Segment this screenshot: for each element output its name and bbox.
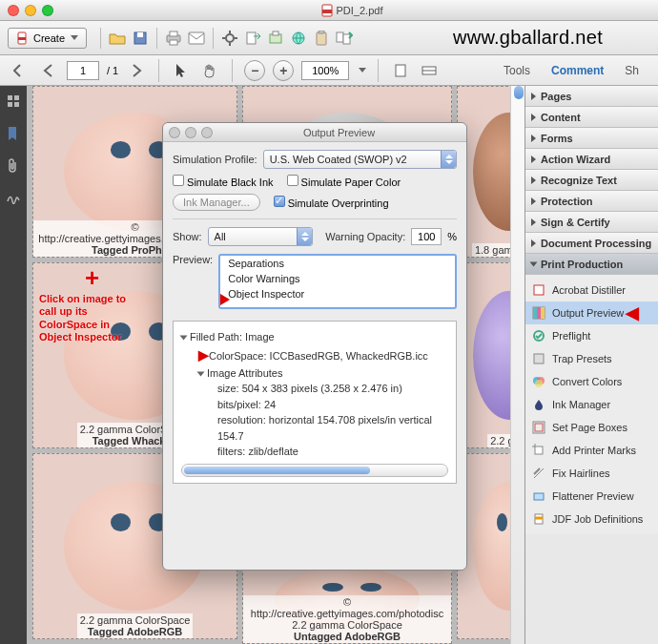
thumbnails-icon[interactable] [6,93,21,109]
select-tool-icon[interactable] [171,60,192,81]
pp-set-page-boxes[interactable]: Set Page Boxes [525,416,658,439]
zoom-in-button[interactable]: + [273,60,294,81]
next-page-icon[interactable] [126,60,147,81]
pp-preflight[interactable]: Preflight [525,324,658,347]
pp-ink-manager[interactable]: Ink Manager [525,393,658,416]
simulate-black-ink-checkbox[interactable]: Simulate Black Ink [173,175,274,188]
pp-jdf[interactable]: JDF Job Definitions [525,508,658,530]
fit-width-icon[interactable] [419,60,440,81]
create-button[interactable]: Create [8,28,87,49]
create-label: Create [33,32,65,44]
arrow-icon: ◀ [626,302,639,323]
zoom-dropdown-icon[interactable] [359,68,366,73]
warning-opacity-label: Warning Opacity: [325,231,405,242]
preview-opt-object-inspector[interactable]: Object Inspector [220,286,455,301]
svg-rect-19 [319,31,324,33]
zoom-out-button[interactable]: − [244,60,265,81]
preview-listbox[interactable]: Separations Color Warnings Object Inspec… [218,254,457,309]
signature-icon[interactable] [6,191,21,206]
close-icon[interactable] [8,5,19,16]
preview-opt-color-warnings[interactable]: Color Warnings [220,271,455,286]
accordion-action-wizard[interactable]: Action Wizard [525,149,658,170]
save-icon[interactable] [130,28,151,49]
accordion-protection[interactable]: Protection [525,191,658,212]
zoom-icon[interactable] [201,127,213,138]
svg-rect-25 [14,95,19,100]
horizontal-scrollbar[interactable] [181,464,448,477]
main-toolbar: Create www.gballard.net [0,21,658,55]
zoom-input[interactable]: 100% [301,61,349,80]
open-icon[interactable] [107,28,128,49]
combine-icon[interactable] [334,28,355,49]
minimize-icon[interactable] [185,127,196,138]
svg-rect-30 [533,307,537,319]
svg-rect-4 [137,32,143,37]
svg-point-37 [535,380,543,387]
web-icon[interactable] [288,28,309,49]
pp-add-printer-marks[interactable]: Add Printer Marks [525,439,658,462]
detail-resolution: resolution: horizontal 154.708 pixels/in… [181,412,448,444]
simulate-paper-color-checkbox[interactable]: Simulate Paper Color [287,175,401,188]
tab-comment[interactable]: Comment [542,60,613,81]
gear-icon[interactable] [219,28,240,49]
pp-output-preview[interactable]: Output Preview◀ [525,301,658,324]
pp-convert-colors[interactable]: Convert Colors [525,370,658,393]
object-inspector-detail[interactable]: Filled Path: Image ▶ColorSpace: ICCBased… [173,321,457,484]
fit-page-icon[interactable] [390,60,411,81]
nav-toolbar: 1 / 1 − + 100% Tools Comment Sh [0,55,658,86]
pp-acrobat-distiller[interactable]: Acrobat Distiller [525,279,658,301]
accordion-doc-processing[interactable]: Document Processing [525,233,658,254]
accordion-content[interactable]: Content [525,107,658,128]
right-panel: Pages Content Forms Action Wizard Recogn… [524,86,658,644]
svg-rect-31 [537,307,541,319]
accordion-pages[interactable]: Pages [525,86,658,107]
pp-fix-hairlines[interactable]: Fix Hairlines [525,462,658,485]
vertical-scrollbar[interactable] [510,86,525,644]
sim-profile-select[interactable]: U.S. Web Coated (SWOP) v2 [263,150,457,169]
preview-opt-separations[interactable]: Separations [220,256,455,271]
first-page-icon[interactable] [10,60,31,81]
svg-rect-6 [170,31,177,36]
window-title-text: PDI_2.pdf [337,5,383,16]
prev-page-icon[interactable] [38,60,59,81]
clipboard-icon[interactable] [311,28,332,49]
output-preview-title: Output Preview [217,127,461,138]
pp-trap-presets[interactable]: Trap Presets [525,347,658,370]
chevron-down-icon [71,35,78,40]
tab-share[interactable]: Sh [615,60,648,81]
accordion-sign-certify[interactable]: Sign & Certify [525,212,658,233]
ink-manager-button[interactable]: Ink Manager... [173,194,260,211]
output-preview-titlebar[interactable]: Output Preview [163,123,466,142]
accordion-recognize-text[interactable]: Recognize Text [525,170,658,191]
accordion-print-production[interactable]: Print Production [525,254,658,275]
zoom-icon[interactable] [42,5,53,16]
detail-size: size: 504 x 383 pixels (3.258 x 2.476 in… [181,381,448,397]
detail-header: Filled Path: Image [190,331,275,343]
svg-rect-16 [273,31,278,35]
export-icon[interactable] [242,28,263,49]
image-caption: © http://creative.gettyimages.com/photod… [243,595,451,643]
accordion-forms[interactable]: Forms [525,128,658,149]
scan-icon[interactable] [265,28,286,49]
window-title-bar: PDI_2.pdf [0,0,658,21]
page-input[interactable]: 1 [67,61,99,80]
print-icon[interactable] [163,28,184,49]
svg-rect-24 [8,95,12,100]
window-traffic-lights [8,5,53,16]
detail-colorspace: ColorSpace: ICCBasedRGB, WhackedRGB.icc [209,350,428,362]
simulate-overprinting-checkbox[interactable]: Simulate Overprinting [274,196,389,209]
page-total: / 1 [107,65,118,76]
warning-opacity-unit: % [447,231,457,242]
svg-rect-20 [337,32,343,42]
bookmark-icon[interactable] [6,126,21,141]
pp-flattener-preview[interactable]: Flattener Preview [525,485,658,508]
attach-icon[interactable] [6,158,21,174]
minimize-icon[interactable] [25,5,36,16]
show-select[interactable]: All [208,227,313,246]
close-icon[interactable] [169,127,180,138]
svg-rect-1 [322,10,332,13]
hand-tool-icon[interactable] [199,60,220,81]
mail-icon[interactable] [186,28,207,49]
warning-opacity-input[interactable]: 100 [411,228,442,245]
tab-tools[interactable]: Tools [494,60,540,81]
